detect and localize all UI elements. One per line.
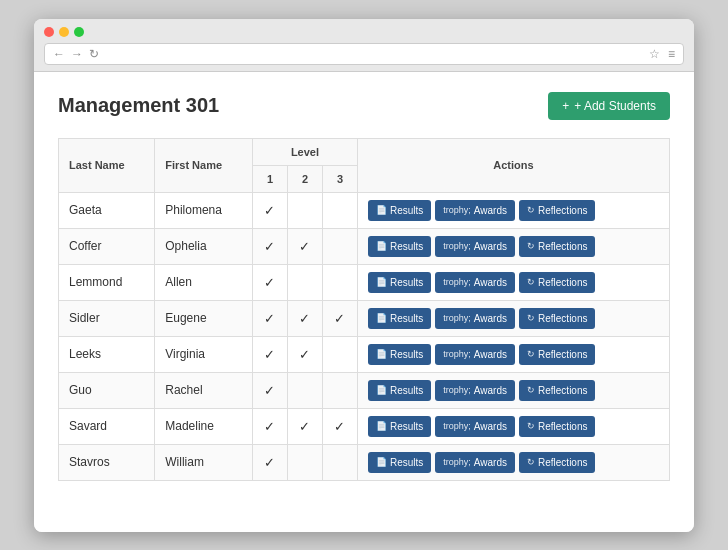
cell-level-2 <box>287 192 322 228</box>
awards-button[interactable]: trophy; Awards <box>435 416 515 437</box>
awards-button[interactable]: trophy; Awards <box>435 272 515 293</box>
cell-level-1: ✓ <box>252 408 287 444</box>
cell-level-1: ✓ <box>252 300 287 336</box>
browser-chrome: ← → ↻ ☆ ≡ <box>34 19 694 72</box>
results-icon: 📄 <box>376 457 387 467</box>
cell-actions: 📄 Results trophy; Awards ↻ Reflections <box>357 408 669 444</box>
results-label: Results <box>390 385 423 396</box>
results-button[interactable]: 📄 Results <box>368 380 431 401</box>
cell-level-3 <box>322 228 357 264</box>
action-buttons: 📄 Results trophy; Awards ↻ Reflections <box>368 272 659 293</box>
results-icon: 📄 <box>376 421 387 431</box>
results-icon: 📄 <box>376 313 387 323</box>
awards-button[interactable]: trophy; Awards <box>435 452 515 473</box>
reflections-button[interactable]: ↻ Reflections <box>519 344 595 365</box>
reflections-label: Reflections <box>538 421 587 432</box>
action-buttons: 📄 Results trophy; Awards ↻ Reflections <box>368 452 659 473</box>
reflections-button[interactable]: ↻ Reflections <box>519 416 595 437</box>
results-button[interactable]: 📄 Results <box>368 272 431 293</box>
awards-button[interactable]: trophy; Awards <box>435 308 515 329</box>
traffic-lights <box>44 27 684 37</box>
action-buttons: 📄 Results trophy; Awards ↻ Reflections <box>368 236 659 257</box>
cell-level-3 <box>322 264 357 300</box>
reflections-label: Reflections <box>538 277 587 288</box>
results-button[interactable]: 📄 Results <box>368 452 431 473</box>
cell-first-name: William <box>155 444 253 480</box>
check-icon: ✓ <box>334 311 345 326</box>
cell-level-2: ✓ <box>287 228 322 264</box>
reflections-button[interactable]: ↻ Reflections <box>519 380 595 401</box>
awards-label: Awards <box>474 385 507 396</box>
awards-button[interactable]: trophy; Awards <box>435 200 515 221</box>
page-title: Management 301 <box>58 94 219 117</box>
reflections-button[interactable]: ↻ Reflections <box>519 200 595 221</box>
results-icon: 📄 <box>376 241 387 251</box>
awards-button[interactable]: trophy; Awards <box>435 344 515 365</box>
results-icon: 📄 <box>376 349 387 359</box>
cell-level-3 <box>322 372 357 408</box>
th-level-2: 2 <box>287 165 322 192</box>
cell-level-1: ✓ <box>252 264 287 300</box>
action-buttons: 📄 Results trophy; Awards ↻ Reflections <box>368 200 659 221</box>
reflections-icon: ↻ <box>527 277 535 287</box>
table-row: SavardMadeline✓✓✓ 📄 Results trophy; Awa… <box>59 408 670 444</box>
reflections-button[interactable]: ↻ Reflections <box>519 272 595 293</box>
close-button[interactable] <box>44 27 54 37</box>
awards-label: Awards <box>474 457 507 468</box>
check-icon: ✓ <box>334 419 345 434</box>
check-icon: ✓ <box>264 419 275 434</box>
cell-last-name: Coffer <box>59 228 155 264</box>
check-icon: ✓ <box>264 311 275 326</box>
check-icon: ✓ <box>299 239 310 254</box>
th-level-3: 3 <box>322 165 357 192</box>
address-bar: ← → ↻ ☆ ≡ <box>44 43 684 65</box>
action-buttons: 📄 Results trophy; Awards ↻ Reflections <box>368 308 659 329</box>
cell-first-name: Philomena <box>155 192 253 228</box>
cell-level-1: ✓ <box>252 336 287 372</box>
reflections-button[interactable]: ↻ Reflections <box>519 308 595 329</box>
address-input[interactable] <box>107 48 641 60</box>
cell-level-2: ✓ <box>287 336 322 372</box>
cell-level-2 <box>287 444 322 480</box>
cell-actions: 📄 Results trophy; Awards ↻ Reflections <box>357 192 669 228</box>
reflections-button[interactable]: ↻ Reflections <box>519 452 595 473</box>
check-icon: ✓ <box>264 383 275 398</box>
maximize-button[interactable] <box>74 27 84 37</box>
table-row: StavrosWilliam✓ 📄 Results trophy; Award… <box>59 444 670 480</box>
check-icon: ✓ <box>264 347 275 362</box>
results-button[interactable]: 📄 Results <box>368 344 431 365</box>
awards-button[interactable]: trophy; Awards <box>435 236 515 257</box>
results-button[interactable]: 📄 Results <box>368 200 431 221</box>
forward-icon[interactable]: → <box>71 47 83 61</box>
reflections-label: Reflections <box>538 385 587 396</box>
results-button[interactable]: 📄 Results <box>368 308 431 329</box>
awards-label: Awards <box>474 421 507 432</box>
check-icon: ✓ <box>299 347 310 362</box>
menu-icon[interactable]: ≡ <box>668 47 675 61</box>
reflections-label: Reflections <box>538 205 587 216</box>
results-button[interactable]: 📄 Results <box>368 236 431 257</box>
cell-level-2: ✓ <box>287 300 322 336</box>
cell-actions: 📄 Results trophy; Awards ↻ Reflections <box>357 336 669 372</box>
add-students-button[interactable]: + + Add Students <box>548 92 670 120</box>
table-row: LeeksVirginia✓✓ 📄 Results trophy; Award… <box>59 336 670 372</box>
awards-button[interactable]: trophy; Awards <box>435 380 515 401</box>
reflections-button[interactable]: ↻ Reflections <box>519 236 595 257</box>
awards-label: Awards <box>474 313 507 324</box>
refresh-icon[interactable]: ↻ <box>89 47 99 61</box>
awards-icon: trophy; <box>443 384 471 397</box>
page-header: Management 301 + + Add Students <box>58 92 670 120</box>
th-level-1: 1 <box>252 165 287 192</box>
browser-actions: ☆ ≡ <box>649 47 675 61</box>
awards-icon: trophy; <box>443 276 471 289</box>
cell-level-3: ✓ <box>322 300 357 336</box>
back-icon[interactable]: ← <box>53 47 65 61</box>
minimize-button[interactable] <box>59 27 69 37</box>
action-buttons: 📄 Results trophy; Awards ↻ Reflections <box>368 380 659 401</box>
star-icon[interactable]: ☆ <box>649 47 660 61</box>
results-button[interactable]: 📄 Results <box>368 416 431 437</box>
reflections-label: Reflections <box>538 457 587 468</box>
cell-level-3 <box>322 192 357 228</box>
awards-icon: trophy; <box>443 348 471 361</box>
table-row: CofferOphelia✓✓ 📄 Results trophy; Award… <box>59 228 670 264</box>
